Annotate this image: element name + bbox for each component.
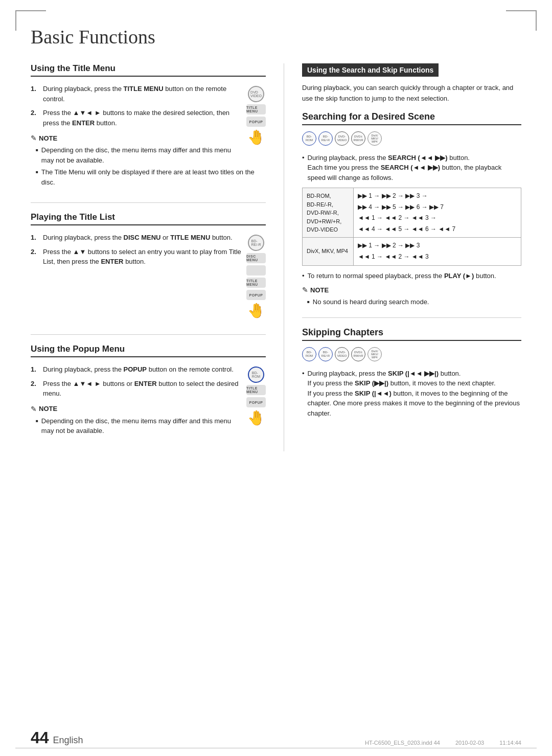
bullet-return: To return to normal speed playback, pres… <box>302 271 521 281</box>
skipping-section: Skipping Chapters BD-ROM BD-RE/-R DVD-VI… <box>302 327 521 419</box>
disc-bdre: BD-RE/-R <box>318 131 333 147</box>
remote-bd-re: BD-RE/-R DISC MENU TITLE MENU POPUP 🤚 <box>246 235 266 319</box>
bullet-1: During playback, press the SEARCH (◄◄ ▶▶… <box>302 153 521 183</box>
title-menu-btn-3: TITLE MENU <box>246 385 266 395</box>
step-2: 2. Press the ▲▼ buttons to select an ent… <box>31 247 241 267</box>
table-cell-speeds-1: ▶▶ 1 → ▶▶ 2 → ▶▶ 3 → ▶▶ 4 → ▶▶ 5 → ▶▶ 6 … <box>354 188 521 238</box>
blank-btn <box>246 265 266 276</box>
popup-menu-note: ✎ NOTE Depending on the disc, the menu i… <box>31 405 266 436</box>
title-list-heading: Playing the Title List <box>31 212 266 225</box>
title-list-steps: 1. During playback, press the DISC MENU … <box>31 233 266 267</box>
step-1: 1. During playback, press the TITLE MENU… <box>31 84 241 104</box>
search-scene-section: Searching for a Desired Scene BD-ROM BD-… <box>302 111 521 307</box>
popup-menu-heading: Using the Popup Menu <box>31 344 266 357</box>
divider-2 <box>31 334 266 335</box>
note-label-3: ✎ NOTE <box>302 286 521 294</box>
page-number: 44 <box>31 729 49 746</box>
popup-note-list: Depending on the disc, the menu items ma… <box>31 416 266 436</box>
main-title: Basic Functions <box>31 26 521 48</box>
language-label: English <box>53 735 83 746</box>
right-column: Using the Search and Skip Functions Duri… <box>302 63 521 451</box>
disc-dvdpm: DVD±RW/±R <box>351 131 365 147</box>
skipping-heading: Skipping Chapters <box>302 327 521 341</box>
bd-rom-circle: BD-ROM <box>248 366 264 383</box>
disc-divx: DivX/MKV/MP4 <box>367 131 382 147</box>
hand-icon-3: 🤚 <box>247 409 265 426</box>
title-menu-btn-2: TITLE MENU <box>246 278 266 288</box>
disc-dvdpm-2: DVD±RW/±R <box>351 347 365 362</box>
column-divider <box>284 63 284 451</box>
hand-icon: 🤚 <box>247 129 265 146</box>
popup-btn-3: POPUP <box>246 397 266 407</box>
note-item-1: Depending on the disc, the menu items ma… <box>36 145 241 165</box>
table-row-1: BD-ROM,BD-RE/-R,DVD-RW/-R,DVD+RW/+R,DVD-… <box>303 188 521 238</box>
remote-bd-rom: BD-ROM TITLE MENU POPUP 🤚 <box>246 366 266 426</box>
title-menu-btn: TITLE MENU <box>246 104 266 114</box>
title-menu-section: Using the Title Menu DVDVIDEO TITLE MENU… <box>31 63 266 192</box>
step-1: 1. During playback, press the POPUP butt… <box>31 364 241 375</box>
footer-time: 11:14:44 <box>499 740 521 746</box>
search-scene-heading: Searching for a Desired Scene <box>302 111 521 125</box>
disc-bdrom: BD-ROM <box>302 131 316 147</box>
title-menu-steps: 1. During playback, press the TITLE MENU… <box>31 84 266 128</box>
title-menu-note: ✎ NOTE Depending on the disc, the menu i… <box>31 134 266 187</box>
corner-decoration-rt <box>536 10 537 31</box>
table-cell-discs-2: DivX, MKV, MP4 <box>303 238 354 265</box>
divider-1 <box>31 202 266 203</box>
search-bullets: During playback, press the SEARCH (◄◄ ▶▶… <box>302 153 521 183</box>
search-speed-table: BD-ROM,BD-RE/-R,DVD-RW/-R,DVD+RW/+R,DVD-… <box>302 188 521 266</box>
search-skip-intro: During playback, you can search quickly … <box>302 83 521 104</box>
search-skip-header: Using the Search and Skip Functions Duri… <box>302 63 521 104</box>
table-row-2: DivX, MKV, MP4 ▶▶ 1 → ▶▶ 2 → ▶▶ 3 ◄◄ 1 →… <box>303 238 521 265</box>
hand-icon-2: 🤚 <box>247 302 265 319</box>
corner-decoration-tl <box>15 10 46 11</box>
title-list-section: Playing the Title List BD-RE/-R DISC MEN… <box>31 212 266 324</box>
table-cell-speeds-2: ▶▶ 1 → ▶▶ 2 → ▶▶ 3 ◄◄ 1 → ◄◄ 2 → ◄◄ 3 <box>354 238 521 265</box>
note-label: ✎ NOTE <box>31 134 241 142</box>
footer-meta: HT-C6500_ELS_0203.indd 44 2010-02-03 11:… <box>365 740 521 746</box>
dvd-video-circle: DVDVIDEO <box>248 86 264 102</box>
left-column: Using the Title Menu DVDVIDEO TITLE MENU… <box>31 63 266 451</box>
disc-icons-search: BD-ROM BD-RE/-R DVD-VIDEO DVD±RW/±R DivX… <box>302 131 521 147</box>
title-menu-note-list: Depending on the disc, the menu items ma… <box>31 145 266 187</box>
remote-dvd-video: DVDVIDEO TITLE MENU POPUP 🤚 <box>246 86 266 146</box>
footer: 44 English HT-C6500_ELS_0203.indd 44 201… <box>0 729 552 746</box>
bd-re-circle: BD-RE/-R <box>248 235 264 251</box>
footer-file: HT-C6500_ELS_0203.indd 44 <box>365 740 440 746</box>
disc-bdrom-2: BD-ROM <box>302 347 316 362</box>
search-note: ✎ NOTE No sound is heard during search m… <box>302 286 521 307</box>
divider-3 <box>302 317 521 318</box>
step-1: 1. During playback, press the DISC MENU … <box>31 233 241 243</box>
search-return-bullet: To return to normal speed playback, pres… <box>302 271 521 281</box>
popup-menu-steps: 1. During playback, press the POPUP butt… <box>31 364 266 399</box>
disc-bdre-2: BD-RE/-R <box>318 347 333 362</box>
disc-divx-2: DivX/MKV/MP4 <box>367 347 382 362</box>
popup-btn-2: POPUP <box>246 290 266 300</box>
note-label-2: ✎ NOTE <box>31 405 241 413</box>
disc-dvdvideo-2: DVD-VIDEO <box>335 347 349 362</box>
content-columns: Using the Title Menu DVDVIDEO TITLE MENU… <box>31 63 521 451</box>
search-skip-heading: Using the Search and Skip Functions <box>302 63 439 77</box>
footer-page-info: 44 English <box>31 729 83 746</box>
footer-date: 2010-02-03 <box>455 740 484 746</box>
popup-menu-section: Using the Popup Menu BD-ROM TITLE MENU P… <box>31 344 266 441</box>
popup-btn: POPUP <box>246 117 266 127</box>
table-cell-discs-1: BD-ROM,BD-RE/-R,DVD-RW/-R,DVD+RW/+R,DVD-… <box>303 188 354 238</box>
corner-decoration-lt <box>15 10 16 31</box>
note-item-search: No sound is heard during search mode. <box>307 297 521 307</box>
step-2: 2. Press the ▲▼◄ ► buttons to make the d… <box>31 108 241 128</box>
disc-icons-skip: BD-ROM BD-RE/-R DVD-VIDEO DVD±RW/±R DivX… <box>302 347 521 362</box>
note-item-1: Depending on the disc, the menu items ma… <box>36 416 241 436</box>
step-2: 2. Press the ▲▼◄ ► buttons or ENTER butt… <box>31 379 241 399</box>
page: Basic Functions Using the Title Menu DVD… <box>0 0 552 756</box>
corner-decoration-tr <box>506 10 537 11</box>
disc-menu-btn: DISC MENU <box>246 253 266 263</box>
title-menu-heading: Using the Title Menu <box>31 63 266 77</box>
skip-bullet-1: During playback, press the SKIP (|◄◄ ▶▶|… <box>302 369 521 419</box>
skip-bullets: During playback, press the SKIP (|◄◄ ▶▶|… <box>302 369 521 419</box>
disc-dvdvideo: DVD-VIDEO <box>335 131 349 147</box>
footer-line <box>15 748 537 748</box>
search-note-list: No sound is heard during search mode. <box>302 297 521 307</box>
note-item-2: The Title Menu will only be displayed if… <box>36 167 266 187</box>
